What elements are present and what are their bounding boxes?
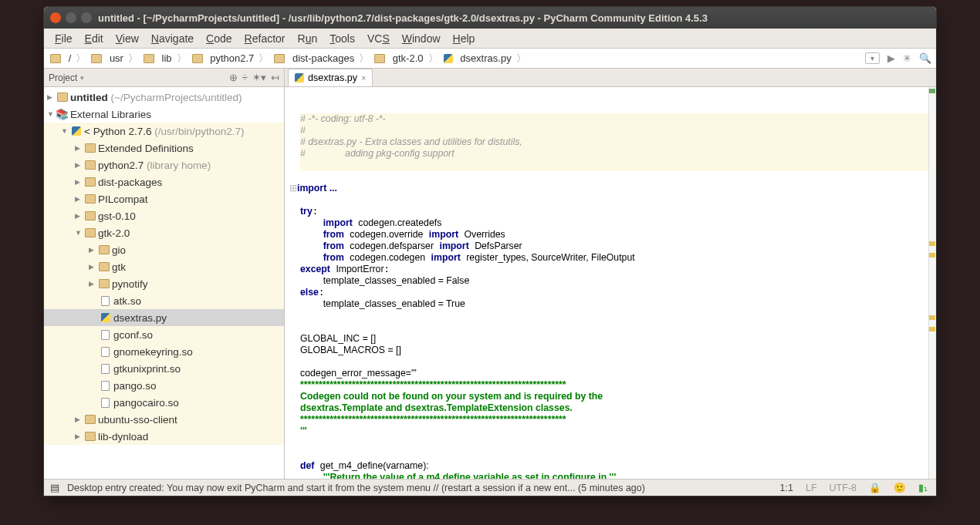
tree-file[interactable]: atk.so xyxy=(44,292,284,309)
breadcrumb-bar: /〉 usr〉 lib〉 python2.7〉 dist-packages〉 g… xyxy=(44,49,936,69)
crumb-root[interactable]: /〉 xyxy=(49,52,90,66)
inspector-icon[interactable]: 🙂 xyxy=(891,482,908,493)
vcs-icon[interactable]: ▮₁ xyxy=(916,482,930,493)
python-icon xyxy=(295,73,304,82)
crumb-file[interactable]: dsextras.py〉 xyxy=(442,52,530,66)
crumb-dist[interactable]: dist-packages〉 xyxy=(272,52,373,66)
tree-gtk[interactable]: ▼gtk-2.0 xyxy=(44,224,284,241)
maximize-icon[interactable] xyxy=(81,12,92,23)
menu-navigate[interactable]: Navigate xyxy=(147,31,198,46)
dropdown-button[interactable]: ▾ xyxy=(865,52,880,64)
status-message[interactable]: Desktop entry created: You may now exit … xyxy=(67,483,770,493)
menu-file[interactable]: File xyxy=(50,31,77,46)
tree-item[interactable]: ▶pynotify xyxy=(44,275,284,292)
status-bar: ▤ Desktop entry created: You may now exi… xyxy=(44,479,936,496)
window-buttons xyxy=(50,12,92,23)
folder-icon xyxy=(374,54,385,63)
crumb-usr[interactable]: usr〉 xyxy=(90,52,142,66)
tree-item[interactable]: ▶gst-0.10 xyxy=(44,207,284,224)
tree-item[interactable]: ▶lib-dynload xyxy=(44,428,284,445)
menubar: File Edit View Navigate Code Refactor Ru… xyxy=(44,29,936,49)
navbar-tools: ▾ ▶ ✳ 🔍 xyxy=(865,52,931,64)
folder-icon xyxy=(91,54,102,63)
ide-window: untitled - [~/PycharmProjects/untitled] … xyxy=(43,6,937,496)
tree-item[interactable]: ▶python2.7 (library home) xyxy=(44,156,284,173)
tree-item[interactable]: ▶gio xyxy=(44,241,284,258)
crumb-lib[interactable]: lib〉 xyxy=(142,52,191,66)
gear-icon[interactable]: ✶▾ xyxy=(252,72,266,83)
run-icon[interactable]: ▶ xyxy=(887,52,895,64)
menu-code[interactable]: Code xyxy=(201,31,236,46)
menu-run[interactable]: Run xyxy=(293,31,323,46)
menu-view[interactable]: View xyxy=(111,31,144,46)
menu-help[interactable]: Help xyxy=(448,31,480,46)
project-sidebar: Project ▾ ⊕ ÷ ✶▾ ↤ ▶untitled (~/PycharmP… xyxy=(44,69,285,479)
sidebar-title[interactable]: Project xyxy=(49,72,77,83)
python-icon xyxy=(444,54,453,63)
folder-icon xyxy=(50,54,61,63)
folder-icon xyxy=(144,54,154,63)
tree-file[interactable]: gconf.so xyxy=(44,326,284,343)
titlebar[interactable]: untitled - [~/PycharmProjects/untitled] … xyxy=(44,7,936,29)
editor-tabbar: dsextras.py × xyxy=(285,69,936,87)
menu-vcs[interactable]: VCS xyxy=(363,31,394,46)
code-editor[interactable]: # -*- coding: utf-8 -*-## dsextras.py - … xyxy=(285,87,936,479)
tree-file-selected[interactable]: dsextras.py xyxy=(44,309,284,326)
crumb-gtk[interactable]: gtk-2.0〉 xyxy=(373,52,441,66)
tree-item[interactable]: ▶PILcompat xyxy=(44,190,284,207)
tree-item[interactable]: ▶dist-packages xyxy=(44,173,284,190)
menu-tools[interactable]: Tools xyxy=(325,31,360,46)
folder-icon xyxy=(192,54,203,63)
search-icon[interactable]: 🔍 xyxy=(919,52,931,64)
editor-tab[interactable]: dsextras.py × xyxy=(288,69,373,86)
line-ending[interactable]: LF xyxy=(803,483,819,493)
hide-icon[interactable]: ↤ xyxy=(271,72,279,83)
tree-file[interactable]: gnomekeyring.so xyxy=(44,343,284,360)
tree-root[interactable]: ▶untitled (~/PycharmProjects/untitled) xyxy=(44,89,284,106)
tree-file[interactable]: pangocairo.so xyxy=(44,394,284,411)
minimize-icon[interactable] xyxy=(66,12,76,23)
locate-icon[interactable]: ÷ xyxy=(242,72,248,83)
lock-icon[interactable]: 🔒 xyxy=(867,482,884,493)
tree-item[interactable]: ▶ubuntu-sso-client xyxy=(44,411,284,428)
debug-icon[interactable]: ✳ xyxy=(903,52,911,64)
menu-refactor[interactable]: Refactor xyxy=(240,31,290,46)
encoding[interactable]: UTF-8 xyxy=(827,483,859,493)
window-title: untitled - [~/PycharmProjects/untitled] … xyxy=(98,12,708,24)
tree-file[interactable]: gtkunixprint.so xyxy=(44,360,284,377)
status-icon[interactable]: ▤ xyxy=(50,482,59,493)
sidebar-header: Project ▾ ⊕ ÷ ✶▾ ↤ xyxy=(44,69,284,87)
tree-item[interactable]: ▶Extended Definitions xyxy=(44,140,284,156)
tree-file[interactable]: pango.so xyxy=(44,377,284,394)
collapse-icon[interactable]: ⊕ xyxy=(229,72,238,83)
close-icon[interactable] xyxy=(50,12,61,23)
tab-label: dsextras.py xyxy=(308,72,357,83)
error-stripe[interactable] xyxy=(928,87,936,479)
menu-edit[interactable]: Edit xyxy=(80,31,108,46)
tree-item[interactable]: ▶gtk xyxy=(44,258,284,275)
close-tab-icon[interactable]: × xyxy=(361,73,366,82)
folder-icon xyxy=(274,54,285,63)
crumb-python27[interactable]: python2.7〉 xyxy=(191,52,273,66)
cursor-position[interactable]: 1:1 xyxy=(778,483,796,493)
editor-pane: dsextras.py × # -*- coding: utf-8 -*-## … xyxy=(285,69,936,479)
menu-window[interactable]: Window xyxy=(397,31,445,46)
tree-extlib[interactable]: ▼📚External Libraries xyxy=(44,106,284,123)
project-tree[interactable]: ▶untitled (~/PycharmProjects/untitled) ▼… xyxy=(44,87,284,479)
tree-python[interactable]: ▼< Python 2.7.6 (/usr/bin/python2.7) xyxy=(44,123,284,140)
